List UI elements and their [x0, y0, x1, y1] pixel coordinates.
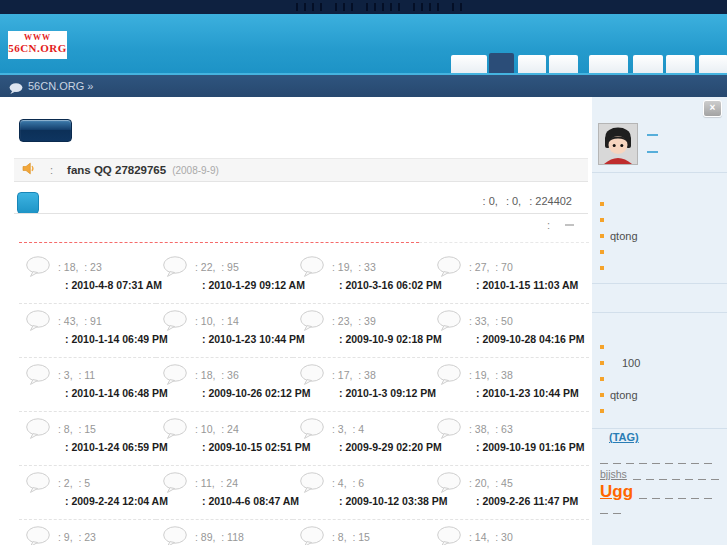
tag-link-blank[interactable] [678, 488, 686, 499]
forum-counts: : 23, : 39 [332, 315, 442, 327]
forum-cell[interactable]: : 23, : 39: 2009-10-9 02:18 PM [293, 304, 430, 358]
forum-cell[interactable]: : 9, : 23 [19, 520, 156, 545]
sidebar-list-item[interactable] [600, 244, 722, 260]
forum-cell[interactable]: : 11, : 24: 2010-4-6 08:47 AM [156, 466, 293, 520]
forum-last-post: : 2010-1-14 06:48 PM [65, 387, 168, 399]
forum-cell[interactable]: : 18, : 36: 2009-10-26 02:12 PM [156, 358, 293, 412]
forum-cell[interactable]: : 2, : 5: 2009-2-24 12:04 AM [19, 466, 156, 520]
nav-tab-4[interactable] [549, 55, 578, 73]
forum-cell[interactable]: : 8, : 15 [293, 520, 430, 545]
announcement-title[interactable]: fans QQ 27829765 [67, 164, 166, 176]
tag-link-blank[interactable] [613, 503, 621, 514]
tag-section-title[interactable]: (TAG) [600, 431, 639, 443]
tag-link-blank[interactable] [652, 453, 660, 464]
site-logo[interactable]: WWW 56CN.ORG [8, 31, 67, 59]
forum-cell[interactable]: : 3, : 11: 2010-1-14 06:48 PM [19, 358, 156, 412]
sidebar-list-item[interactable]: qtong [600, 228, 722, 244]
tag-link-blank[interactable] [633, 469, 641, 480]
forum-cell[interactable]: : 8, : 15: 2010-1-24 06:59 PM [19, 412, 156, 466]
sidebar-list-item[interactable]: 100 [600, 355, 722, 371]
forum-cell[interactable]: : 19, : 33: 2010-3-16 06:02 PM [293, 250, 430, 304]
tag-link-blank[interactable] [672, 469, 680, 480]
tag-link-blank[interactable] [678, 453, 686, 464]
sort-dropdown[interactable] [565, 224, 574, 226]
sidebar-list-item[interactable] [600, 260, 722, 276]
tag-link-blank[interactable] [659, 469, 667, 480]
tag-link[interactable]: Ugg [600, 484, 633, 499]
tag-link-blank[interactable] [691, 488, 699, 499]
breadcrumb-site[interactable]: 56CN.ORG [28, 80, 84, 92]
tag-row [600, 503, 722, 514]
forum-counts: : 27, : 70 [469, 261, 578, 273]
nav-tab-2[interactable] [489, 53, 514, 73]
tag-row [600, 453, 722, 464]
avatar[interactable] [598, 123, 638, 165]
sidebar-list-item[interactable] [600, 212, 722, 228]
forum-cell[interactable]: : 19, : 38: 2010-1-23 10:44 PM [430, 358, 589, 412]
forum-counts: : 8, : 15 [58, 423, 168, 435]
bullet-icon [600, 202, 604, 206]
nav-tab-1[interactable] [451, 55, 487, 73]
nav-tab-8[interactable] [699, 55, 727, 73]
forum-counts: : 33, : 50 [469, 315, 585, 327]
forum-last-post: : 2010-1-3 09:12 PM [339, 387, 436, 399]
sidebar-divider [592, 172, 727, 173]
tag-link-blank[interactable] [626, 453, 634, 464]
forum-cell[interactable]: : 4, : 6: 2009-10-12 03:38 PM [293, 466, 430, 520]
nav-tab-5[interactable] [589, 55, 628, 73]
forum-cell-text: : 3, : 4: 2009-9-29 02:20 PM [332, 417, 442, 465]
sidebar-list-item[interactable] [600, 339, 722, 355]
tag-link-blank[interactable] [711, 469, 719, 480]
tag-link-blank[interactable] [665, 453, 673, 464]
tag-link-blank[interactable] [698, 469, 706, 480]
tag-link-blank[interactable] [652, 488, 660, 499]
tag-link-blank[interactable] [639, 488, 647, 499]
tag-link-blank[interactable] [704, 453, 712, 464]
forum-cell[interactable]: : 10, : 14: 2010-1-23 10:44 PM [156, 304, 293, 358]
topbar-tick [320, 3, 322, 11]
forum-cell[interactable]: : 14, : 30 [430, 520, 589, 545]
nav-tab-6[interactable] [633, 55, 663, 73]
tag-link-blank[interactable] [613, 453, 621, 464]
forum-cell[interactable]: : 10, : 24: 2009-10-15 02:51 PM [156, 412, 293, 466]
announcement-bar[interactable]: : fans QQ 27829765 (2008-9-9) [14, 158, 588, 182]
forum-action-button[interactable] [19, 119, 72, 142]
nav-tab-3[interactable] [518, 55, 546, 73]
topic-bubble-icon [25, 472, 51, 519]
tag-link-blank[interactable] [685, 469, 693, 480]
forum-section-icon[interactable] [17, 192, 39, 214]
forum-cell[interactable]: : 17, : 38: 2010-1-3 09:12 PM [293, 358, 430, 412]
tag-link[interactable]: bjjshs [600, 468, 627, 480]
forum-cell[interactable]: : 33, : 50: 2009-10-28 04:16 PM [430, 304, 589, 358]
forum-cell[interactable]: : 20, : 45: 2009-2-26 11:47 PM [430, 466, 589, 520]
profile-link-2[interactable] [647, 151, 658, 153]
main-content: : fans QQ 27829765 (2008-9-9) : 0,: 0,: … [0, 97, 592, 545]
forum-cell[interactable]: : 43, : 91: 2010-1-14 06:49 PM [19, 304, 156, 358]
nav-tab-7[interactable] [666, 55, 695, 73]
forum-cell[interactable]: : 22, : 95: 2010-1-29 09:12 AM [156, 250, 293, 304]
breadcrumb[interactable]: 56CN.ORG » [28, 80, 93, 92]
tag-link-blank[interactable] [600, 503, 608, 514]
tag-link-blank[interactable] [704, 488, 712, 499]
forum-cell-text: : 11, : 24: 2010-4-6 08:47 AM [195, 471, 299, 519]
tag-link-blank[interactable] [600, 453, 608, 464]
topbar-tick [390, 3, 392, 11]
forum-cell[interactable]: : 3, : 4: 2009-9-29 02:20 PM [293, 412, 430, 466]
profile-link-1[interactable] [647, 134, 658, 136]
tag-link-blank[interactable] [639, 453, 647, 464]
sidebar-list-item[interactable] [600, 196, 722, 212]
forum-counts: : 2, : 5 [58, 477, 168, 489]
sidebar-list-item[interactable] [600, 403, 722, 419]
sidebar-list-item[interactable]: qtong [600, 387, 722, 403]
forum-cell[interactable]: : 27, : 70: 2010-1-15 11:03 AM [430, 250, 589, 304]
sidebar-list-item[interactable] [600, 371, 722, 387]
forum-cell[interactable]: : 89, : 118 [156, 520, 293, 545]
tag-link-blank[interactable] [665, 488, 673, 499]
forum-cell[interactable]: : 18, : 23: 2010-4-8 07:31 AM [19, 250, 156, 304]
forum-cell[interactable]: : 38, : 63: 2009-10-19 01:16 PM [430, 412, 589, 466]
topbar-tick [452, 3, 454, 11]
tag-link-blank[interactable] [691, 453, 699, 464]
tag-link-blank[interactable] [646, 469, 654, 480]
close-icon[interactable]: × [703, 100, 722, 117]
forum-last-post: : 2009-2-26 11:47 PM [476, 495, 578, 507]
